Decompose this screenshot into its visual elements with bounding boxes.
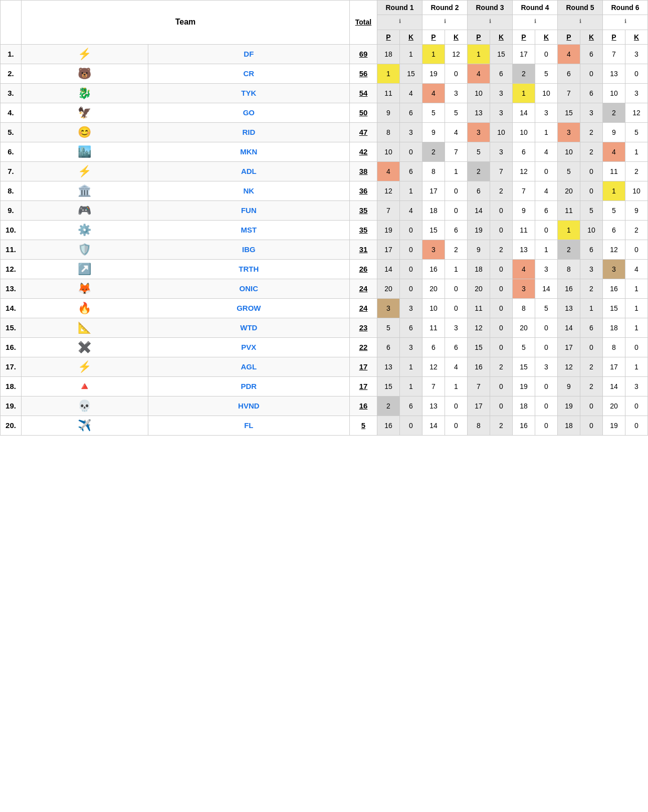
r3-p-cell: 20	[468, 279, 490, 298]
table-row: 8.🏛️NK361211706274200110	[1, 181, 648, 200]
r5-k-cell: 0	[580, 181, 603, 200]
r2-p-cell: 20	[422, 279, 445, 298]
team-logo: ↗️	[22, 259, 148, 279]
r1-p-cell: 3	[377, 298, 400, 318]
r4-k-cell: 5	[535, 64, 558, 83]
table-row: 1.⚡DF691811121151704673	[1, 44, 648, 64]
r1-k-cell: 3	[400, 298, 422, 318]
standings-table: Team Total Round 1 Round 2 Round 3 Round…	[0, 0, 648, 436]
r6-k-cell: 1	[625, 279, 648, 298]
total-cell: 69	[350, 44, 377, 64]
r2-p-header: P	[422, 30, 445, 44]
r4-p-cell: 18	[513, 396, 535, 416]
r6-p-cell: 2	[603, 103, 625, 122]
team-name: FL	[148, 416, 349, 435]
r4-p-cell: 16	[513, 416, 535, 435]
r1-p-cell: 12	[377, 181, 400, 200]
r5-k-cell: 2	[580, 279, 603, 298]
r6-k-header: K	[625, 30, 648, 44]
r3-k-cell: 0	[490, 279, 513, 298]
r4-p-cell: 5	[513, 337, 535, 357]
rank-cell: 13.	[1, 279, 22, 298]
r5-p-cell: 5	[558, 161, 580, 181]
r5-k-cell: 2	[580, 122, 603, 142]
team-name: DF	[148, 44, 349, 64]
r6-k-cell: 3	[625, 83, 648, 103]
r2-k-cell: 0	[445, 64, 468, 83]
r3-k-cell: 2	[490, 357, 513, 376]
table-row: 7.⚡ADL3846812712050112	[1, 161, 648, 181]
r3-p-cell: 19	[468, 220, 490, 240]
r3-p-cell: 3	[468, 122, 490, 142]
total-header: Total	[350, 1, 377, 45]
r4-p-cell: 10	[513, 122, 535, 142]
r5-p-cell: 14	[558, 318, 580, 337]
r3-p-cell: 16	[468, 357, 490, 376]
r6-p-cell: 14	[603, 376, 625, 396]
r1-p-cell: 4	[377, 161, 400, 181]
r6-k-cell: 2	[625, 220, 648, 240]
r6-k-cell: 0	[625, 416, 648, 435]
rank-cell: 17.	[1, 357, 22, 376]
team-name: ADL	[148, 161, 349, 181]
r1-p-cell: 8	[377, 122, 400, 142]
r6-k-cell: 1	[625, 298, 648, 318]
r5-p-cell: 19	[558, 396, 580, 416]
r4-p-cell: 6	[513, 142, 535, 161]
r6-p-cell: 20	[603, 396, 625, 416]
total-cell: 5	[350, 416, 377, 435]
team-logo: 🏙️	[22, 142, 148, 161]
r3-p-cell: 1	[468, 44, 490, 64]
r4-k-cell: 4	[535, 142, 558, 161]
header-row-1: Team Total Round 1 Round 2 Round 3 Round…	[1, 1, 648, 15]
rank-header	[1, 1, 22, 45]
r2-k-cell: 6	[445, 337, 468, 357]
r1-p-cell: 2	[377, 396, 400, 416]
table-row: 16.✖️PVX2263661505017080	[1, 337, 648, 357]
rank-cell: 11.	[1, 240, 22, 259]
r3-k-cell: 0	[490, 220, 513, 240]
r6-k-cell: 1	[625, 357, 648, 376]
r5-k-cell: 6	[580, 44, 603, 64]
table-row: 10.⚙️MST3519015619011011062	[1, 220, 648, 240]
r4-k-cell: 0	[535, 396, 558, 416]
r4-k-cell: 0	[535, 318, 558, 337]
r5-k-cell: 6	[580, 318, 603, 337]
r5-k-cell: 0	[580, 161, 603, 181]
r6-p-cell: 5	[603, 200, 625, 220]
r6-p-cell: 17	[603, 357, 625, 376]
r5-k-cell: 1	[580, 298, 603, 318]
r5-k-cell: 0	[580, 337, 603, 357]
r3-k-cell: 0	[490, 259, 513, 279]
table-row: 6.🏙️MKN4210027536410241	[1, 142, 648, 161]
r5-p-cell: 9	[558, 376, 580, 396]
r1-p-header: P	[377, 30, 400, 44]
r5-p-cell: 11	[558, 200, 580, 220]
r6-p-cell: 19	[603, 416, 625, 435]
total-cell: 17	[350, 376, 377, 396]
r1-k-cell: 0	[400, 416, 422, 435]
r4-k-header: K	[535, 30, 558, 44]
r2-k-cell: 0	[445, 200, 468, 220]
r1-p-cell: 11	[377, 83, 400, 103]
r1-k-cell: 1	[400, 376, 422, 396]
rank-cell: 10.	[1, 220, 22, 240]
round1-header: Round 1	[377, 1, 422, 15]
table-row: 11.🛡️IBG31170329213126120	[1, 240, 648, 259]
r2-p-cell: 11	[422, 318, 445, 337]
r6-k-cell: 4	[625, 259, 648, 279]
r4-k-cell: 14	[535, 279, 558, 298]
r3-k-cell: 0	[490, 298, 513, 318]
r3-k-cell: 0	[490, 337, 513, 357]
r4-k-cell: 0	[535, 376, 558, 396]
r2-p-cell: 4	[422, 83, 445, 103]
team-logo: 🎮	[22, 200, 148, 220]
team-name: IBG	[148, 240, 349, 259]
r1-k-cell: 1	[400, 357, 422, 376]
r1-k-cell: 6	[400, 161, 422, 181]
r3-k-cell: 3	[490, 103, 513, 122]
r4-p-header: P	[513, 30, 535, 44]
team-logo: ⚡	[22, 44, 148, 64]
team-logo: ⚙️	[22, 220, 148, 240]
r1-k-cell: 1	[400, 181, 422, 200]
